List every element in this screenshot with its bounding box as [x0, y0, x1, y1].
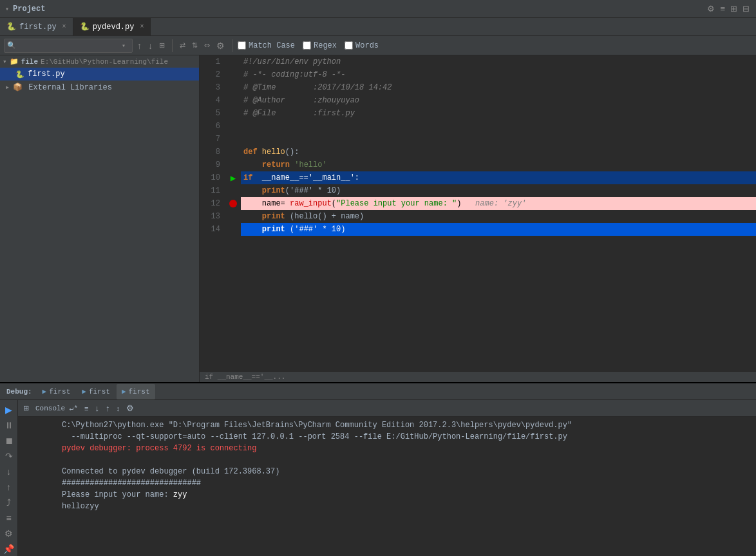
raw-close: )	[457, 197, 475, 210]
match-case-option[interactable]: Match Case	[238, 41, 295, 50]
step-over-button[interactable]: ↷	[2, 449, 16, 463]
step-into-button[interactable]: ↓	[2, 465, 16, 479]
words-checkbox[interactable]	[345, 41, 353, 50]
search-extra-btn2[interactable]: ⇅	[190, 41, 200, 50]
sidebar-external-libs[interactable]: ▸ 📦 External Libraries	[0, 81, 199, 94]
console-line-4	[62, 454, 751, 466]
status-hint-text: if __name__=='__...	[205, 373, 285, 381]
evaluate-button[interactable]: ≡	[2, 511, 16, 525]
file-folder-icon: 📁	[10, 57, 19, 66]
input-value: zyy	[173, 490, 187, 499]
debug-tab-1[interactable]: ▶ first	[37, 384, 76, 399]
debug-tab-bar: Debug: ▶ first ▶ first ▶ first	[0, 383, 756, 400]
editor-tab-bar: 🐍 first.py × 🐍 pydevd.py ×	[0, 18, 756, 36]
search-icon: 🔍	[7, 41, 16, 50]
raw-paren: (	[332, 197, 336, 210]
search-separator-2	[232, 39, 232, 52]
tab-label-first: first.py	[19, 23, 57, 32]
code-text-3: # @Time :2017/10/18 14:42	[243, 81, 392, 94]
tab-close-first[interactable]: ×	[62, 23, 66, 30]
line-num-7: 7	[205, 133, 220, 146]
settings-icon[interactable]: ⚙	[706, 3, 716, 15]
debug-content: ▶ ⏸ ⏹ ↷ ↓ ↑ ⤴ ≡ ⚙ 📌 🗑 🐍 ↺ × ⊞ Console ↵*…	[0, 400, 756, 556]
code-line-3: # @Time :2017/10/18 14:42	[241, 81, 756, 94]
search-bar: 🔍 ▾ ↑ ↓ ⊞ ⇄ ⇅ ⇔ ⚙ Match Case Regex Words	[0, 36, 756, 55]
line-num-14: 14	[205, 223, 220, 236]
code-lines: #!/usr/bin/env python # -*- coding:utf-8…	[241, 55, 756, 371]
search-extra-btn1[interactable]: ⇄	[178, 41, 187, 50]
print-args-13: (hello() + name)	[290, 210, 364, 223]
resume-button[interactable]: ▶	[2, 403, 16, 417]
line-num-10: 10	[205, 171, 220, 184]
pin-button[interactable]: 📌	[2, 542, 16, 556]
words-label: Words	[355, 41, 379, 50]
sidebar-file-name: first.py	[28, 70, 65, 79]
gutter-row-2	[225, 68, 241, 81]
print-args-11: ('###' * 10)	[285, 184, 341, 197]
line-num-3: 3	[205, 81, 220, 94]
search-input[interactable]	[19, 41, 122, 50]
match-case-checkbox[interactable]	[238, 41, 246, 50]
expand-icon: ▸	[5, 82, 10, 92]
console-settings-btn[interactable]: ⚙	[124, 401, 137, 416]
console-line-7: Please input your name: zyy	[62, 489, 751, 501]
code-text-5: # @File :first.py	[243, 107, 355, 120]
search-extra-btn3[interactable]: ⇔	[202, 41, 212, 50]
code-line-9: return 'hello'	[241, 158, 756, 171]
console-scroll-up-btn[interactable]: ↑	[103, 401, 113, 416]
gutter-row-6	[225, 120, 241, 133]
project-icon-group: ⚙ ≡ ⊞ ⊟	[706, 3, 751, 15]
tab-close-pydevd[interactable]: ×	[140, 23, 144, 30]
debug-tab-2[interactable]: ▶ first	[77, 384, 115, 399]
gear-icon[interactable]: ≡	[719, 3, 726, 15]
status-hint: if __name__=='__...	[200, 371, 756, 382]
search-next-button[interactable]: ↓	[146, 41, 155, 51]
console-filter-btn[interactable]: ⊞	[21, 401, 32, 416]
collapse-icon[interactable]: ⊟	[741, 3, 751, 15]
str-prompt: "Please input your name: "	[336, 197, 457, 210]
gutter-row-1	[225, 55, 241, 68]
gutter-row-4	[225, 94, 241, 107]
gutter-row-12	[225, 197, 241, 210]
console-output[interactable]: C:\Python27\python.exe "D:\Program Files…	[18, 417, 756, 556]
regex-checkbox[interactable]	[303, 41, 311, 50]
tab-pydevd-py[interactable]: 🐍 pydevd.py ×	[73, 18, 151, 36]
console-tab-label: Console ↵*	[33, 404, 80, 412]
print-args-14: ('###' * 10)	[290, 223, 345, 236]
debug-tab-3[interactable]: ▶ first	[117, 384, 155, 399]
gutter-row-9	[225, 158, 241, 171]
step-out-button[interactable]: ↑	[2, 480, 16, 494]
code-container[interactable]: 1 2 3 4 5 6 7 8 9 10 11 12 13 14	[200, 55, 756, 371]
console-scroll-down-btn[interactable]: ↓	[92, 401, 102, 416]
words-option[interactable]: Words	[345, 41, 379, 50]
code-text-1: #!/usr/bin/env python	[243, 55, 341, 68]
code-line-4: # @Author :zhouyuyao	[241, 94, 756, 107]
external-libs-icon: 📦	[13, 82, 23, 92]
project-sidebar: ▾ 📁 file E:\GitHub\Python-Learning\file …	[0, 55, 200, 382]
run-to-cursor-button[interactable]: ⤴	[2, 495, 16, 510]
console-line-8: hellozyy	[62, 501, 751, 512]
debug-tab-icon-3: ▶	[122, 387, 126, 396]
folder-expand-icon: ▾	[3, 57, 7, 66]
arrow-icon: ▾	[5, 5, 9, 13]
code-line-1: #!/usr/bin/env python	[241, 55, 756, 68]
fn-raw-input: raw_input	[290, 197, 332, 210]
breakpoint-marker[interactable]	[229, 200, 237, 207]
search-prev-button[interactable]: ↑	[135, 41, 144, 51]
sidebar-item-first-py[interactable]: 🐍 first.py	[0, 68, 199, 81]
console-line-3: pydev debugger: process 4792 is connecti…	[62, 443, 751, 454]
search-dropdown-icon[interactable]: ▾	[122, 42, 126, 50]
pause-button[interactable]: ⏸	[2, 418, 16, 432]
console-clear-btn[interactable]: ≡	[82, 401, 91, 416]
stop-button[interactable]: ⏹	[2, 434, 16, 448]
tab-first-py[interactable]: 🐍 first.py ×	[0, 18, 73, 36]
search-settings-btn[interactable]: ⚙	[214, 41, 227, 51]
settings-debug-button[interactable]: ⚙	[2, 526, 16, 541]
file-tab-icon: 🐍	[6, 22, 16, 32]
console-wrap-btn[interactable]: ↕	[113, 401, 122, 416]
layout-icon[interactable]: ⊞	[729, 3, 739, 15]
regex-option[interactable]: Regex	[303, 41, 337, 50]
code-line-10: if __name__=='__main__':	[241, 171, 756, 184]
search-find-all-button[interactable]: ⊞	[157, 41, 167, 50]
console-line-6: ##############################	[62, 477, 751, 489]
